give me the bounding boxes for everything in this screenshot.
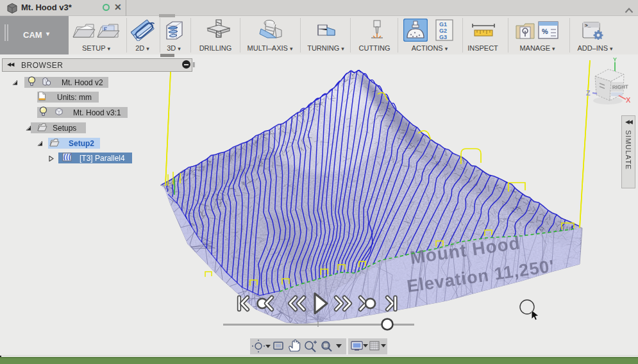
svg-text:G1: G1 (439, 21, 447, 28)
svg-text:RIGHT: RIGHT (612, 84, 628, 90)
svg-text:%: % (542, 28, 548, 35)
svg-text:Z: Z (586, 89, 591, 97)
svg-text:Y: Y (613, 56, 617, 63)
svg-text:>_: >_ (585, 22, 591, 28)
svg-text:G3: G3 (439, 34, 447, 40)
svg-text:X: X (626, 96, 631, 104)
svg-text:G2: G2 (439, 28, 447, 34)
